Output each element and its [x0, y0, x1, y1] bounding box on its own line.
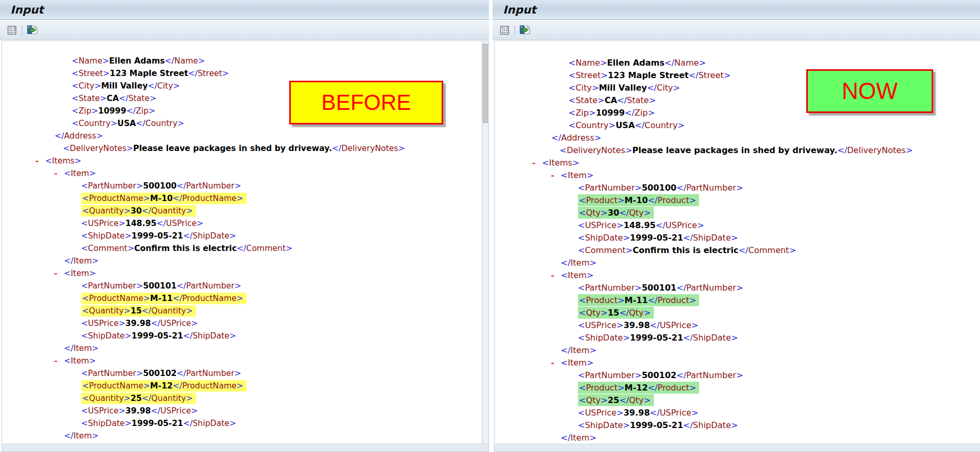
- xml-element: </Address>: [551, 133, 601, 143]
- close-bracket: >: [235, 369, 241, 378]
- close-bracket: >: [697, 220, 704, 230]
- element-value: 148.95: [624, 220, 656, 230]
- tag-name: ShipDate: [88, 331, 125, 341]
- collapse-marker[interactable]: -: [551, 357, 561, 369]
- horizontal-scrollbar[interactable]: [2, 444, 488, 451]
- xml-element: <State>CA</State>: [72, 94, 157, 103]
- xml-line: -<Items>: [5, 155, 480, 167]
- open-bracket: <: [579, 295, 586, 305]
- open-bracket: <: [579, 395, 586, 405]
- close-bracket: >: [609, 120, 615, 130]
- collapse-marker[interactable]: -: [54, 355, 64, 367]
- tag-name: Zip: [136, 106, 149, 116]
- collapse-marker[interactable]: -: [54, 167, 64, 180]
- close-bracket: >: [92, 431, 99, 441]
- highlighted-xml-element: <Product>M-10</Product>: [578, 194, 699, 206]
- element-value: 500100: [642, 183, 677, 193]
- tag-name: City: [79, 81, 94, 91]
- close-bracket: >: [119, 319, 125, 328]
- tag-name: Item: [571, 433, 589, 443]
- tag-name: Quantity: [151, 306, 186, 316]
- open-bracket: <: [569, 120, 575, 130]
- close-bracket: >: [237, 381, 243, 391]
- tag-name: Country: [644, 120, 678, 130]
- tag-name: DeliveryNotes: [566, 145, 625, 155]
- highlighted-xml-element: <ProductName>M-12</ProductName>: [81, 380, 247, 392]
- open-bracket: </: [119, 94, 128, 103]
- open-bracket: <: [569, 108, 575, 118]
- element-value: M-12: [625, 383, 648, 393]
- close-bracket: >: [635, 283, 641, 293]
- collapse-marker[interactable]: -: [551, 169, 561, 182]
- toolbar-separator: [514, 25, 515, 35]
- export-button[interactable]: [518, 23, 532, 37]
- close-bracket: >: [186, 206, 193, 216]
- tag-name: Name: [674, 58, 699, 68]
- open-bracket: <: [569, 95, 575, 105]
- element-value: Confirm this is electric: [633, 245, 739, 255]
- close-bracket: >: [229, 231, 236, 241]
- highlighted-xml-element: <ProductName>M-11</ProductName>: [81, 293, 247, 304]
- xml-element: <Street>123 Maple Street</Street>: [569, 70, 731, 80]
- tag-name: PartNumber: [585, 283, 635, 293]
- close-bracket: >: [589, 258, 596, 268]
- tag-name: ProductName: [182, 194, 237, 203]
- xml-element: <Name>Ellen Adams</Name>: [569, 58, 706, 68]
- tag-name: City: [157, 81, 173, 91]
- tag-name: USPrice: [88, 319, 119, 328]
- before-badge-label: BEFORE: [321, 90, 411, 115]
- grid-view-button[interactable]: [498, 23, 511, 37]
- tag-name: Street: [575, 70, 601, 80]
- xml-element: <USPrice>148.95</USPrice>: [578, 220, 704, 230]
- element-value: 1999-05-21: [630, 420, 683, 430]
- xml-element: <Items>: [45, 156, 81, 166]
- close-bracket: >: [89, 356, 96, 366]
- close-bracket: >: [103, 69, 110, 78]
- close-bracket: >: [673, 83, 680, 93]
- tag-name: ProductName: [89, 194, 144, 203]
- open-bracket: <: [64, 169, 71, 178]
- tag-name: Name: [174, 56, 198, 66]
- close-bracket: >: [731, 233, 738, 243]
- collapse-marker[interactable]: -: [551, 269, 561, 282]
- open-bracket: </: [617, 95, 627, 105]
- open-bracket: </: [64, 431, 73, 441]
- close-bracket: >: [229, 419, 236, 428]
- xml-line: <Quantity>30</Quantity>: [5, 205, 480, 217]
- tag-name: Comment: [585, 245, 625, 255]
- highlighted-xml-element: <Qty>15</Qty>: [578, 307, 654, 319]
- close-bracket: >: [601, 208, 608, 218]
- xml-line: <Qty>30</Qty>: [502, 207, 972, 219]
- scrollbar-thumb[interactable]: [483, 44, 488, 123]
- collapse-marker[interactable]: -: [35, 155, 45, 167]
- collapse-marker[interactable]: -: [532, 157, 542, 169]
- input-panel-now: Input: [493, 0, 980, 452]
- xml-line: <USPrice>39.98</USPrice>: [502, 319, 972, 332]
- collapse-marker[interactable]: -: [54, 267, 64, 280]
- xml-line: <Name>Ellen Adams</Name>: [5, 55, 480, 67]
- panel-title-bar: Input: [0, 0, 489, 20]
- open-bracket: <: [561, 358, 568, 368]
- open-bracket: <: [578, 183, 585, 193]
- element-value: Mill Valley: [101, 81, 148, 91]
- vertical-scrollbar[interactable]: [482, 41, 488, 444]
- open-bracket: <: [561, 170, 568, 180]
- tag-name: State: [575, 95, 597, 105]
- close-bracket: >: [699, 58, 706, 68]
- tag-name: Item: [568, 358, 586, 368]
- horizontal-scrollbar[interactable]: [495, 444, 980, 451]
- close-bracket: >: [592, 83, 599, 93]
- xml-element: <City>Mill Valley</City>: [72, 81, 180, 91]
- before-badge: BEFORE: [289, 81, 443, 124]
- tag-name: DeliveryNotes: [70, 144, 126, 153]
- grid-view-button[interactable]: [5, 23, 19, 37]
- export-button[interactable]: [25, 23, 39, 37]
- close-bracket: >: [125, 419, 132, 428]
- close-bracket: >: [191, 319, 198, 328]
- tag-name: PartNumber: [585, 370, 635, 380]
- xml-element: </Item>: [561, 345, 597, 355]
- close-bracket: >: [689, 195, 696, 205]
- highlighted-xml-element: <Quantity>30</Quantity>: [81, 205, 196, 217]
- tag-name: ShipDate: [585, 420, 623, 430]
- open-bracket: </: [151, 406, 160, 416]
